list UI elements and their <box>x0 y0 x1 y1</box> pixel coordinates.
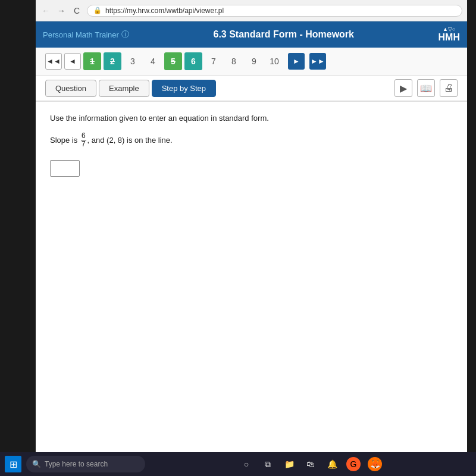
taskbar-task-view-icon[interactable]: ⧉ <box>261 457 275 471</box>
page-navigation: ◄◄ ◄ 1 2 3 4 5 6 7 8 9 10 ► ►► <box>36 48 467 76</box>
answer-input-box[interactable] <box>50 160 80 177</box>
trainer-text: Personal Math Trainer <box>43 30 119 39</box>
print-button[interactable]: 🖨 <box>440 79 458 97</box>
taskbar-notification-icon[interactable]: 🔔 <box>325 457 339 471</box>
instruction-text: Use the information given to enter an eq… <box>50 114 453 123</box>
tab-icon-group: ▶ 📖 🖨 <box>394 79 458 97</box>
trainer-info-icon: ⓘ <box>121 29 129 40</box>
tab-question[interactable]: Question <box>45 80 96 97</box>
forward-page-button[interactable]: ► <box>288 53 305 70</box>
trainer-label[interactable]: Personal Math Trainer ⓘ <box>43 29 129 40</box>
page-10-button[interactable]: 10 <box>265 52 283 70</box>
skip-forward-button[interactable]: ►► <box>309 53 326 70</box>
page-2-button[interactable]: 2 <box>104 52 121 70</box>
tab-example[interactable]: Example <box>99 80 149 97</box>
slope-description: Slope is 6 7 , and (2, 8) is on the line… <box>50 132 453 148</box>
skip-back-button[interactable]: ◄◄ <box>45 53 62 70</box>
bezel-right <box>467 0 476 476</box>
forward-button[interactable]: → <box>56 5 67 16</box>
bezel-left <box>0 0 36 476</box>
start-button[interactable]: ⊞ <box>5 456 21 472</box>
slope-fraction: 6 7 <box>81 132 86 148</box>
content-area: ◄◄ ◄ 1 2 3 4 5 6 7 8 9 10 ► ►► Question … <box>36 48 467 452</box>
taskbar-cortana-icon[interactable]: ○ <box>239 457 253 471</box>
taskbar-firefox-icon[interactable]: 🦊 <box>368 457 382 471</box>
screen: ← → C 🔒 https://my.hrw.com/wwtb/api/view… <box>0 0 476 476</box>
question-area: Use the information given to enter an eq… <box>36 102 467 452</box>
page-4-button[interactable]: 4 <box>144 52 162 70</box>
slope-prefix: Slope is <box>50 136 77 145</box>
lock-icon: 🔒 <box>93 7 102 14</box>
app-header: Personal Math Trainer ⓘ 6.3 Standard For… <box>36 21 467 48</box>
logo-text: HMH <box>439 32 460 43</box>
tab-step-by-step[interactable]: Step by Step <box>152 80 216 97</box>
browser-chrome: ← → C 🔒 https://my.hrw.com/wwtb/api/view… <box>36 0 467 21</box>
page-8-button[interactable]: 8 <box>225 52 243 70</box>
page-7-button[interactable]: 7 <box>205 52 223 70</box>
back-button[interactable]: ← <box>40 5 51 16</box>
refresh-button[interactable]: C <box>71 5 82 16</box>
taskbar-center: ○ ⧉ 📁 🛍 🔔 G 🦊 <box>150 457 471 471</box>
search-placeholder-text: Type here to search <box>45 460 108 468</box>
book-button[interactable]: 📖 <box>417 79 435 97</box>
page-5-button[interactable]: 5 <box>164 52 182 70</box>
logo-top: ▲▽○ <box>443 26 455 32</box>
page-9-button[interactable]: 9 <box>245 52 263 70</box>
slope-numerator: 6 <box>81 132 86 140</box>
address-bar[interactable]: 🔒 https://my.hrw.com/wwtb/api/viewer.pl <box>87 5 462 17</box>
slope-suffix: , and (2, 8) is on the line. <box>87 136 173 145</box>
search-icon: 🔍 <box>32 460 41 468</box>
taskbar-store-icon[interactable]: 🛍 <box>303 457 318 471</box>
taskbar-file-explorer-icon[interactable]: 📁 <box>282 457 296 471</box>
page-1-button[interactable]: 1 <box>83 52 101 70</box>
taskbar-chrome-icon[interactable]: G <box>346 457 361 471</box>
page-6-button[interactable]: 6 <box>184 52 202 70</box>
page-title: 6.3 Standard Form - Homework <box>213 29 354 40</box>
back-page-button[interactable]: ◄ <box>64 53 81 70</box>
url-text: https://my.hrw.com/wwtb/api/viewer.pl <box>105 7 224 15</box>
browser-window: ← → C 🔒 https://my.hrw.com/wwtb/api/view… <box>36 0 467 452</box>
search-bar[interactable]: 🔍 Type here to search <box>26 456 145 472</box>
taskbar: ⊞ 🔍 Type here to search ○ ⧉ 📁 🛍 🔔 G 🦊 <box>0 452 476 476</box>
hmh-logo: ▲▽○ HMH <box>439 26 460 43</box>
slope-denominator: 7 <box>81 140 86 148</box>
play-button[interactable]: ▶ <box>394 79 412 97</box>
page-3-button[interactable]: 3 <box>124 52 142 70</box>
tab-bar: Question Example Step by Step ▶ 📖 🖨 <box>36 76 467 102</box>
